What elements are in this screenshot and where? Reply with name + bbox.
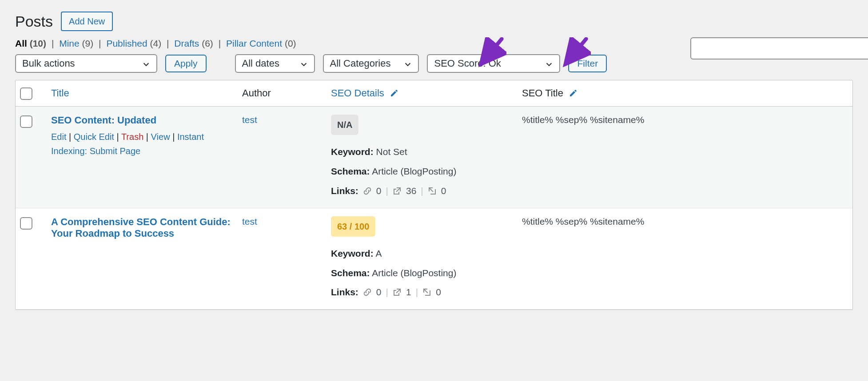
column-seo-details[interactable]: SEO Details <box>331 87 522 99</box>
highlight-arrow-filter <box>560 37 591 68</box>
pencil-icon[interactable] <box>390 89 398 98</box>
row-checkbox[interactable] <box>20 217 32 230</box>
select-all-checkbox[interactable] <box>20 87 32 100</box>
post-title-link[interactable]: A Comprehensive SEO Content Guide: Your … <box>51 216 242 239</box>
view-published[interactable]: Published (4) <box>106 38 161 48</box>
chevron-down-icon <box>545 60 553 67</box>
link-internal-icon <box>363 187 372 195</box>
column-author: Author <box>242 87 331 99</box>
bulk-actions-select[interactable]: Bulk actions <box>15 54 157 73</box>
view-all[interactable]: All (10) <box>15 38 46 48</box>
chevron-down-icon <box>404 60 412 67</box>
edit-link[interactable]: Edit <box>51 132 66 142</box>
trash-link[interactable]: Trash <box>121 132 143 142</box>
chevron-down-icon <box>142 60 150 67</box>
table-header: Title Author SEO Details SEO Title <box>16 80 852 107</box>
author-link[interactable]: test <box>242 216 257 226</box>
add-new-button[interactable]: Add New <box>61 12 113 31</box>
post-title-link[interactable]: SEO Content: Updated <box>51 115 242 126</box>
seo-title-value: %title% %sep% %sitename% <box>522 115 848 125</box>
table-row: A Comprehensive SEO Content Guide: Your … <box>16 208 852 310</box>
row-checkbox[interactable] <box>20 115 32 128</box>
highlight-arrow-seo-score <box>475 37 506 68</box>
column-seo-title: SEO Title <box>522 87 848 99</box>
chevron-down-icon <box>300 60 308 67</box>
seo-schema: Schema: Article (BlogPosting) <box>331 264 522 282</box>
pencil-icon[interactable] <box>569 89 577 98</box>
view-mine[interactable]: Mine (9) <box>59 38 93 48</box>
row-actions: Edit | Quick Edit | Trash | View | Insta… <box>51 130 242 158</box>
view-drafts[interactable]: Drafts (6) <box>174 38 213 48</box>
view-pillar-content[interactable]: Pillar Content (0) <box>226 38 296 48</box>
seo-keyword: Keyword: A <box>331 245 522 262</box>
seo-score-badge: N/A <box>331 115 358 135</box>
seo-title-value: %title% %sep% %sitename% <box>522 216 848 227</box>
seo-keyword: Keyword: Not Set <box>331 143 522 161</box>
link-external-icon <box>393 187 402 195</box>
posts-table: Title Author SEO Details SEO Title SEO C… <box>15 80 853 310</box>
page-title: Posts <box>15 13 53 30</box>
seo-links: Links: 0 | 1 | 0 <box>331 283 522 301</box>
quick-edit-link[interactable]: Quick Edit <box>74 132 114 142</box>
seo-links: Links: 0 | 36 | 0 <box>331 182 522 200</box>
category-filter-select[interactable]: All Categories <box>323 54 419 73</box>
link-incoming-icon <box>422 288 431 297</box>
author-link[interactable]: test <box>242 115 257 125</box>
seo-score-badge: 63 / 100 <box>331 216 375 237</box>
link-external-icon <box>393 288 402 297</box>
column-title[interactable]: Title <box>51 87 242 99</box>
search-input-partial[interactable] <box>690 37 868 60</box>
link-internal-icon <box>363 288 372 297</box>
date-filter-select[interactable]: All dates <box>235 54 315 73</box>
view-link[interactable]: View <box>151 132 170 142</box>
seo-schema: Schema: Article (BlogPosting) <box>331 163 522 180</box>
table-row: SEO Content: Updated Edit | Quick Edit |… <box>16 107 852 208</box>
link-incoming-icon <box>428 187 437 195</box>
apply-button[interactable]: Apply <box>165 55 207 72</box>
